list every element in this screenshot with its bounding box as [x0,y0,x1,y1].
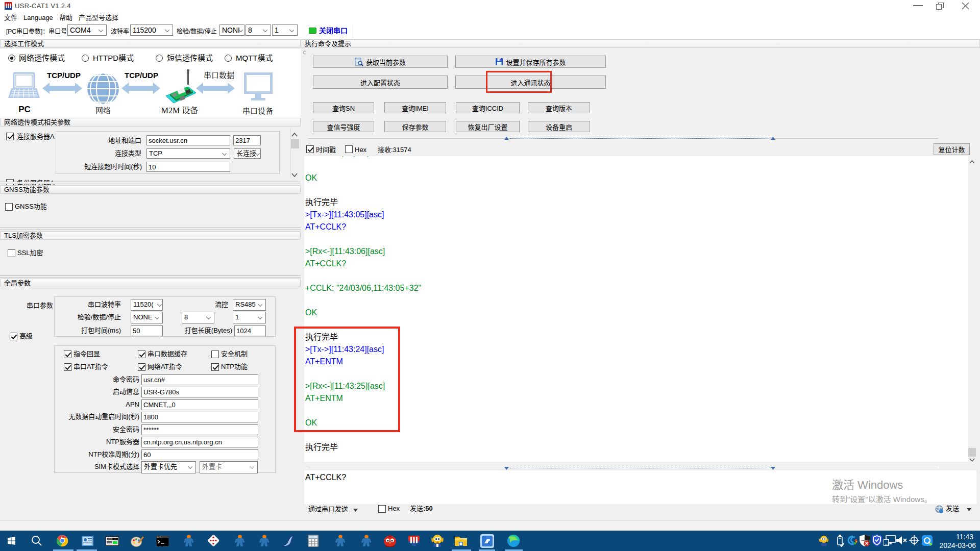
svg-text:串口数据: 串口数据 [204,71,234,80]
svg-text:串口设备: 串口设备 [242,107,273,115]
svg-text:C:\_: C:\_ [157,536,162,538]
svg-text:PC: PC [18,105,31,114]
svg-text:M2M 设备: M2M 设备 [161,106,198,115]
svg-text:网络: 网络 [95,107,111,115]
svg-text:TCP/UDP: TCP/UDP [125,71,158,80]
svg-text:TCP/UDP: TCP/UDP [47,71,81,80]
